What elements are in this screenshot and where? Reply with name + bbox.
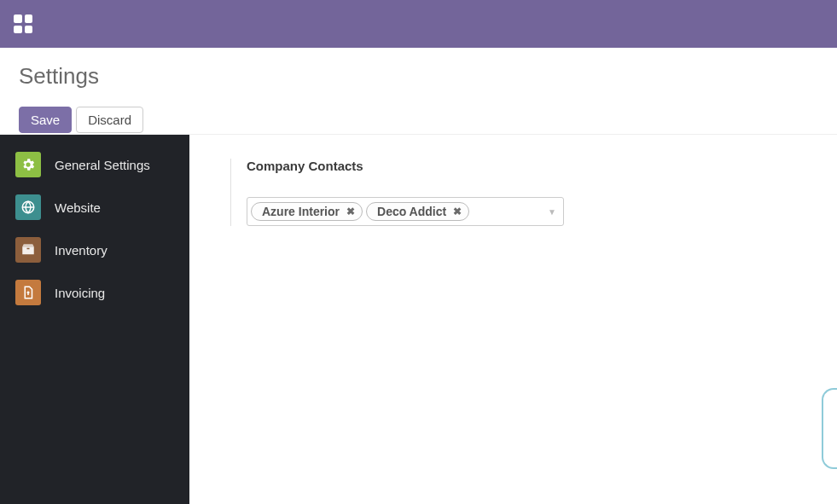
toolbar: Save Discard xyxy=(19,107,818,133)
remove-tag-icon[interactable]: ✖ xyxy=(453,206,462,217)
page-title: Settings xyxy=(19,48,818,90)
tag-label: Deco Addict xyxy=(377,205,446,218)
sidebar-item-label: Invoicing xyxy=(55,286,105,300)
remove-tag-icon[interactable]: ✖ xyxy=(346,206,355,217)
sidebar-item-label: Website xyxy=(55,200,101,215)
sidebar-item-label: Inventory xyxy=(55,243,108,258)
globe-icon xyxy=(15,194,41,220)
apps-menu-icon[interactable] xyxy=(14,14,32,33)
settings-sidebar: General Settings Website Inventory Invoi… xyxy=(0,135,189,504)
section-title: Company Contacts xyxy=(247,159,837,173)
svg-rect-1 xyxy=(27,248,30,250)
tag-label: Azure Interior xyxy=(262,205,340,218)
sidebar-item-general-settings[interactable]: General Settings xyxy=(0,143,189,186)
tag-azure-interior: Azure Interior ✖ xyxy=(251,202,363,221)
floating-panel-edge[interactable] xyxy=(822,388,837,469)
invoice-icon xyxy=(15,280,41,305)
save-button[interactable]: Save xyxy=(19,107,72,133)
sidebar-item-label: General Settings xyxy=(55,158,150,172)
chevron-down-icon[interactable]: ▼ xyxy=(548,207,556,217)
discard-button[interactable]: Discard xyxy=(76,107,143,133)
main-panel: Company Contacts Azure Interior ✖ Deco A… xyxy=(189,135,837,504)
box-icon xyxy=(15,237,41,263)
sidebar-item-website[interactable]: Website xyxy=(0,186,189,229)
gear-icon xyxy=(15,152,41,177)
top-navbar xyxy=(0,0,837,48)
sidebar-item-invoicing[interactable]: Invoicing xyxy=(0,271,189,314)
page-header: Settings Save Discard xyxy=(0,48,837,135)
company-contacts-section: Company Contacts Azure Interior ✖ Deco A… xyxy=(230,159,837,226)
tag-deco-addict: Deco Addict ✖ xyxy=(366,202,469,221)
sidebar-item-inventory[interactable]: Inventory xyxy=(0,229,189,271)
company-contacts-tags-input[interactable]: Azure Interior ✖ Deco Addict ✖ ▼ xyxy=(247,197,564,226)
